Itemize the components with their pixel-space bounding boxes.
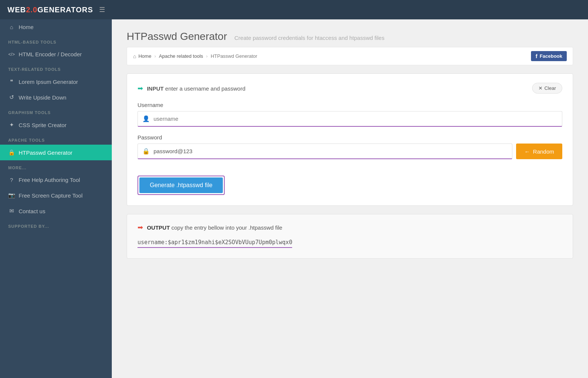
breadcrumb-section-link[interactable]: Apache related tools [159, 53, 203, 59]
password-input-wrapper: 🔒 [137, 144, 512, 159]
sidebar-section-html: HTML-BASED TOOLS [0, 35, 112, 47]
input-section-title: ➡ INPUT enter a username and password [137, 84, 245, 92]
user-icon: 👤 [142, 115, 150, 122]
facebook-button[interactable]: f Facebook [531, 51, 567, 61]
breadcrumb-sep2: › [206, 53, 208, 59]
home-icon: ⌂ [8, 24, 15, 30]
lock-icon: 🔒 [8, 149, 15, 156]
sidebar-item-htpasswd[interactable]: 🔒 HTPasswd Generator [0, 145, 112, 160]
output-card: ➡ OUTPUT copy the entry bellow into your… [127, 214, 573, 259]
sidebar: ⌂ Home HTML-BASED TOOLS </> HTML Encoder… [0, 19, 112, 378]
sidebar-item-write-upside-down[interactable]: ↺ Write Upside Down [0, 89, 112, 105]
input-label-text: enter a username and password [165, 85, 245, 92]
output-value: username:$apr1$zm19nahi$eX2SOVbVUup7Upm0… [137, 239, 292, 248]
brand-suffix: GENERATORS [37, 6, 93, 14]
brand-logo: WEB2.0GENERATORS [7, 6, 93, 14]
clear-button[interactable]: ✕ Clear [532, 83, 562, 94]
input-section-header: ➡ INPUT enter a username and password ✕ … [137, 83, 562, 94]
password-group: Password 🔒 ← Random [137, 134, 562, 159]
page-title: HTPasswd Generator Create password crede… [127, 31, 573, 42]
sidebar-section-apache: APACHE TOOLS [0, 133, 112, 145]
clear-label: Clear [544, 85, 556, 91]
sidebar-item-label: HTML Encoder / Decoder [19, 51, 82, 57]
sidebar-item-html-encoder[interactable]: </> HTML Encoder / Decoder [0, 47, 112, 62]
username-label: Username [137, 102, 562, 108]
sidebar-item-label: Write Upside Down [19, 94, 66, 101]
sidebar-item-help-authoring[interactable]: ? Free Help Authoring Tool [0, 172, 112, 188]
output-section-header: ➡ OUTPUT copy the entry bellow into your… [137, 223, 562, 231]
sidebar-item-css-sprite[interactable]: ✦ CSS Sprite Creator [0, 117, 112, 133]
layout: ⌂ Home HTML-BASED TOOLS </> HTML Encoder… [0, 19, 588, 378]
breadcrumb-home-link[interactable]: Home [138, 53, 151, 59]
quote-icon: ❝ [8, 78, 15, 85]
sidebar-item-label: Free Help Authoring Tool [19, 177, 80, 183]
random-label: Random [533, 148, 554, 155]
username-group: Username 👤 [137, 102, 562, 127]
generate-button[interactable]: Generate .htpasswd file [139, 177, 223, 193]
input-arrow-icon: ➡ [137, 85, 143, 92]
sidebar-item-label: Free Screen Capture Tool [19, 192, 82, 199]
sidebar-section-supported: SUPPORTED BY... [0, 219, 112, 231]
input-bold-label: INPUT [147, 85, 164, 92]
hamburger-icon[interactable]: ☰ [99, 6, 105, 14]
sidebar-section-text: TEXT-RELATED TOOLS [0, 62, 112, 74]
password-input[interactable] [154, 148, 508, 154]
input-card: ➡ INPUT enter a username and password ✕ … [127, 73, 573, 206]
output-bold-label: OUTPUT [147, 224, 170, 231]
sidebar-section-more: MORE... [0, 160, 112, 172]
breadcrumb-current: HTPasswd Generator [211, 53, 257, 59]
page-subtitle: Create password credentials for htaccess… [234, 35, 385, 41]
sidebar-item-lorem-ipsum[interactable]: ❝ Lorem Ipsum Generator [0, 74, 112, 89]
facebook-icon: f [535, 53, 537, 59]
sidebar-item-home[interactable]: ⌂ Home [0, 19, 112, 35]
clear-x-icon: ✕ [538, 85, 543, 91]
help-icon: ? [8, 177, 15, 183]
active-arrow [105, 146, 112, 159]
generate-button-wrapper: Generate .htpasswd file [137, 176, 225, 195]
username-input-wrapper: 👤 [137, 111, 562, 127]
lock-field-icon: 🔒 [142, 148, 150, 155]
brand-red: 2.0 [26, 6, 38, 14]
sidebar-section-graphism: GRAPHISM TOOLS [0, 105, 112, 117]
puzzle-icon: ✦ [8, 122, 15, 128]
sidebar-item-label: Lorem Ipsum Generator [19, 79, 78, 85]
random-button[interactable]: ← Random [516, 144, 562, 159]
breadcrumb: ⌂ Home › Apache related tools › HTPasswd… [127, 47, 573, 65]
sidebar-item-label: Contact us [19, 208, 45, 214]
sidebar-item-label: CSS Sprite Creator [19, 122, 66, 128]
username-input[interactable] [154, 116, 557, 122]
output-label-text: copy the entry bellow into your .htpassw… [171, 224, 282, 231]
sidebar-item-screen-capture[interactable]: 📷 Free Screen Capture Tool [0, 188, 112, 203]
output-arrow-icon: ➡ [137, 224, 143, 231]
password-row: 🔒 ← Random [137, 144, 562, 159]
code-icon: </> [8, 52, 15, 57]
mail-icon: ✉ [8, 208, 15, 214]
page-title-row: HTPasswd Generator Create password crede… [127, 31, 573, 42]
camera-icon: 📷 [8, 192, 15, 199]
password-label: Password [137, 134, 562, 141]
random-arrow-icon: ← [524, 148, 530, 155]
main-content: HTPasswd Generator Create password crede… [112, 19, 588, 378]
breadcrumb-home-icon: ⌂ [133, 53, 136, 59]
output-label: ➡ OUTPUT copy the entry bellow into your… [137, 224, 282, 231]
topnav: WEB2.0GENERATORS ☰ [0, 0, 588, 19]
facebook-label: Facebook [540, 53, 562, 59]
breadcrumb-sep1: › [154, 53, 156, 59]
sidebar-item-label: Home [19, 24, 34, 30]
sidebar-item-label: HTPasswd Generator [19, 149, 72, 156]
rotate-icon: ↺ [8, 94, 15, 101]
sidebar-item-contact[interactable]: ✉ Contact us [0, 203, 112, 219]
brand-prefix: WEB [7, 6, 26, 14]
